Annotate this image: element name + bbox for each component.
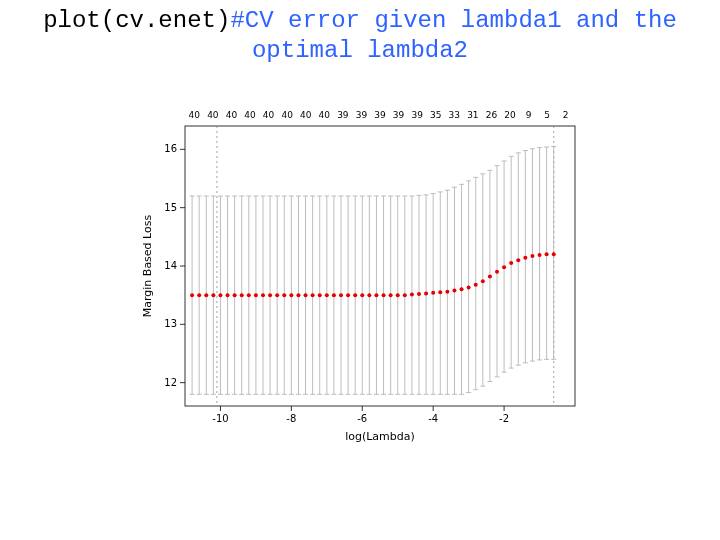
nonzero-count-label: 40 xyxy=(244,110,256,120)
cv-mean-point xyxy=(389,293,393,297)
cv-mean-point xyxy=(311,293,315,297)
cv-mean-point xyxy=(438,290,442,294)
nonzero-count-label: 39 xyxy=(374,110,386,120)
nonzero-count-label: 20 xyxy=(504,110,516,120)
x-tick-label: -4 xyxy=(428,413,438,424)
cv-mean-point xyxy=(410,293,414,297)
cv-mean-point xyxy=(318,293,322,297)
nonzero-count-label: 33 xyxy=(449,110,460,120)
cv-mean-point xyxy=(247,293,251,297)
cv-mean-point xyxy=(481,279,485,283)
x-tick-label: -2 xyxy=(499,413,509,424)
nonzero-count-label: 40 xyxy=(281,110,293,120)
y-tick-label: 16 xyxy=(164,143,177,154)
y-tick-label: 12 xyxy=(164,377,177,388)
nonzero-count-label: 31 xyxy=(467,110,478,120)
y-axis-label: Margin Based Loss xyxy=(141,215,154,318)
nonzero-count-label: 9 xyxy=(526,110,532,120)
page-title: plot(cv.enet)#CV error given lambda1 and… xyxy=(0,0,720,66)
cv-mean-point xyxy=(190,293,194,297)
cv-mean-point xyxy=(424,291,428,295)
y-tick-label: 13 xyxy=(164,318,177,329)
nonzero-count-label: 35 xyxy=(430,110,441,120)
cv-mean-point xyxy=(403,293,407,297)
nonzero-count-label: 40 xyxy=(300,110,312,120)
cv-mean-point xyxy=(523,256,527,260)
cv-mean-point xyxy=(261,293,265,297)
nonzero-count-label: 40 xyxy=(207,110,219,120)
x-tick-label: -6 xyxy=(357,413,367,424)
y-tick-label: 14 xyxy=(164,260,177,271)
cv-mean-point xyxy=(552,252,556,256)
cv-mean-point xyxy=(197,293,201,297)
cv-mean-point xyxy=(289,293,293,297)
cv-mean-point xyxy=(545,252,549,256)
chart-svg: -10-8-6-4-21213141516log(Lambda)Margin B… xyxy=(130,96,590,456)
cv-mean-point xyxy=(530,254,534,258)
cv-mean-point xyxy=(325,293,329,297)
y-tick-label: 15 xyxy=(164,202,177,213)
cv-mean-point xyxy=(275,293,279,297)
cv-mean-point xyxy=(268,293,272,297)
cv-mean-point xyxy=(445,290,449,294)
x-tick-label: -10 xyxy=(212,413,228,424)
cv-plot: -10-8-6-4-21213141516log(Lambda)Margin B… xyxy=(130,96,590,456)
cv-mean-point xyxy=(467,286,471,290)
cv-mean-point xyxy=(538,253,542,257)
nonzero-count-label: 26 xyxy=(486,110,498,120)
cv-mean-point xyxy=(218,293,222,297)
nonzero-count-label: 40 xyxy=(226,110,238,120)
cv-mean-point xyxy=(204,293,208,297)
cv-mean-point xyxy=(516,258,520,262)
nonzero-count-label: 39 xyxy=(411,110,423,120)
cv-mean-point xyxy=(296,293,300,297)
cv-mean-point xyxy=(474,283,478,287)
cv-mean-point xyxy=(211,293,215,297)
cv-mean-point xyxy=(254,293,258,297)
nonzero-count-label: 39 xyxy=(337,110,349,120)
cv-mean-point xyxy=(304,293,308,297)
cv-mean-point xyxy=(502,265,506,269)
cv-mean-point xyxy=(382,293,386,297)
cv-mean-point xyxy=(233,293,237,297)
nonzero-count-label: 40 xyxy=(263,110,275,120)
x-axis-label: log(Lambda) xyxy=(345,430,415,443)
title-comment: #CV error given lambda1 and the optimal … xyxy=(230,7,676,64)
nonzero-count-label: 40 xyxy=(189,110,201,120)
cv-mean-point xyxy=(488,275,492,279)
cv-mean-point xyxy=(360,293,364,297)
x-tick-label: -8 xyxy=(286,413,296,424)
cv-mean-point xyxy=(353,293,357,297)
cv-mean-point xyxy=(374,293,378,297)
cv-mean-point xyxy=(240,293,244,297)
cv-mean-point xyxy=(417,292,421,296)
nonzero-count-label: 2 xyxy=(563,110,569,120)
nonzero-count-label: 39 xyxy=(356,110,368,120)
cv-mean-point xyxy=(226,293,230,297)
nonzero-count-label: 40 xyxy=(319,110,331,120)
plot-frame xyxy=(185,126,575,406)
nonzero-count-label: 39 xyxy=(393,110,405,120)
cv-mean-point xyxy=(332,293,336,297)
cv-mean-point xyxy=(339,293,343,297)
cv-mean-point xyxy=(495,270,499,274)
title-code: plot(cv.enet) xyxy=(43,7,230,34)
cv-mean-point xyxy=(396,293,400,297)
cv-mean-point xyxy=(509,261,513,265)
cv-mean-point xyxy=(452,289,456,293)
cv-mean-point xyxy=(431,291,435,295)
cv-mean-point xyxy=(367,293,371,297)
cv-mean-point xyxy=(460,287,464,291)
cv-mean-point xyxy=(282,293,286,297)
nonzero-count-label: 5 xyxy=(544,110,550,120)
cv-mean-point xyxy=(346,293,350,297)
